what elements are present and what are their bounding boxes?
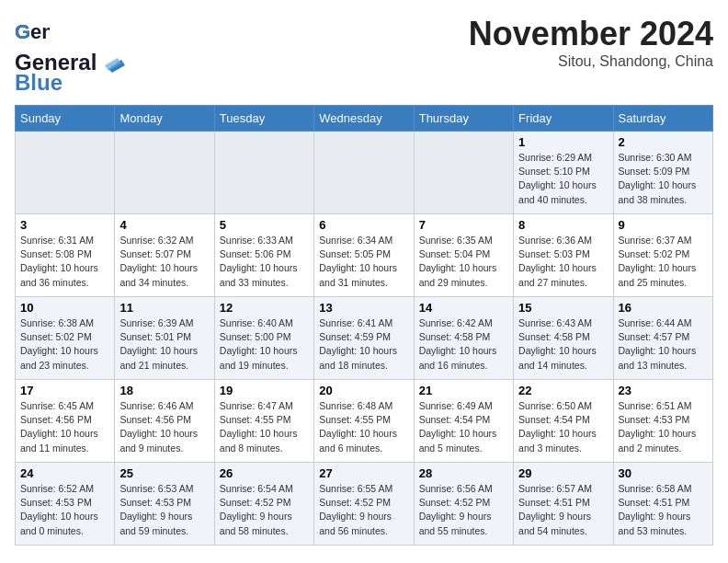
calendar-day: 25Sunrise: 6:53 AM Sunset: 4:53 PM Dayli… — [115, 463, 214, 546]
day-number: 3 — [20, 218, 109, 232]
day-detail: Sunrise: 6:50 AM Sunset: 4:54 PM Dayligh… — [518, 399, 608, 455]
calendar-day: 2Sunrise: 6:30 AM Sunset: 5:09 PM Daylig… — [613, 132, 712, 214]
day-detail: Sunrise: 6:49 AM Sunset: 4:54 PM Dayligh… — [419, 399, 508, 455]
day-detail: Sunrise: 6:54 AM Sunset: 4:52 PM Dayligh… — [220, 482, 309, 538]
day-detail: Sunrise: 6:51 AM Sunset: 4:53 PM Dayligh… — [619, 399, 708, 455]
day-detail: Sunrise: 6:58 AM Sunset: 4:51 PM Dayligh… — [619, 482, 708, 538]
logo-wing-icon — [105, 56, 125, 73]
day-number: 27 — [319, 466, 408, 480]
day-detail: Sunrise: 6:32 AM Sunset: 5:07 PM Dayligh… — [119, 234, 209, 290]
day-number: 25 — [119, 466, 209, 480]
day-number: 5 — [220, 218, 309, 232]
calendar-table: SundayMondayTuesdayWednesdayThursdayFrid… — [15, 105, 713, 546]
day-number: 14 — [419, 301, 508, 315]
calendar-day — [16, 132, 115, 214]
day-detail: Sunrise: 6:57 AM Sunset: 4:51 PM Dayligh… — [518, 482, 608, 538]
day-detail: Sunrise: 6:42 AM Sunset: 4:58 PM Dayligh… — [419, 316, 508, 373]
calendar-day: 26Sunrise: 6:54 AM Sunset: 4:52 PM Dayli… — [214, 463, 313, 546]
day-detail: Sunrise: 6:55 AM Sunset: 4:52 PM Dayligh… — [319, 482, 408, 538]
calendar-day: 28Sunrise: 6:56 AM Sunset: 4:52 PM Dayli… — [414, 463, 513, 546]
day-number: 24 — [20, 466, 109, 480]
calendar-day: 23Sunrise: 6:51 AM Sunset: 4:53 PM Dayli… — [613, 380, 712, 463]
day-number: 18 — [119, 384, 209, 397]
day-number: 4 — [119, 218, 209, 232]
day-number: 28 — [419, 466, 508, 480]
day-detail: Sunrise: 6:44 AM Sunset: 4:57 PM Dayligh… — [619, 316, 708, 373]
day-detail: Sunrise: 6:29 AM Sunset: 5:10 PM Dayligh… — [518, 151, 608, 207]
calendar-day — [414, 132, 513, 214]
logo-blue-text: Blue — [15, 70, 63, 96]
day-number: 9 — [619, 218, 708, 232]
calendar-day: 12Sunrise: 6:40 AM Sunset: 5:00 PM Dayli… — [214, 297, 313, 380]
calendar-day: 8Sunrise: 6:36 AM Sunset: 5:03 PM Daylig… — [514, 214, 613, 297]
day-detail: Sunrise: 6:56 AM Sunset: 4:52 PM Dayligh… — [419, 482, 508, 538]
calendar-day — [314, 132, 414, 214]
day-detail: Sunrise: 6:52 AM Sunset: 4:53 PM Dayligh… — [20, 482, 109, 538]
day-detail: Sunrise: 6:53 AM Sunset: 4:53 PM Dayligh… — [119, 482, 209, 538]
weekday-header-monday: Monday — [115, 106, 214, 132]
day-number: 2 — [619, 135, 708, 149]
day-detail: Sunrise: 6:34 AM Sunset: 5:05 PM Dayligh… — [319, 234, 408, 290]
calendar-day: 30Sunrise: 6:58 AM Sunset: 4:51 PM Dayli… — [613, 463, 712, 546]
day-number: 7 — [419, 218, 508, 232]
logo: Gen G General Blue — [15, 15, 125, 96]
day-number: 13 — [319, 301, 408, 315]
day-number: 16 — [619, 301, 708, 315]
weekday-header-friday: Friday — [514, 106, 613, 132]
calendar-day: 14Sunrise: 6:42 AM Sunset: 4:58 PM Dayli… — [414, 297, 513, 380]
calendar-day: 17Sunrise: 6:45 AM Sunset: 4:56 PM Dayli… — [16, 380, 115, 463]
day-number: 22 — [518, 384, 608, 397]
calendar-week-row: 24Sunrise: 6:52 AM Sunset: 4:53 PM Dayli… — [16, 463, 713, 546]
day-detail: Sunrise: 6:30 AM Sunset: 5:09 PM Dayligh… — [619, 151, 708, 207]
calendar-day: 18Sunrise: 6:46 AM Sunset: 4:56 PM Dayli… — [115, 380, 214, 463]
weekday-header-sunday: Sunday — [16, 106, 115, 132]
calendar-day: 21Sunrise: 6:49 AM Sunset: 4:54 PM Dayli… — [414, 380, 513, 463]
day-number: 15 — [518, 301, 608, 315]
day-detail: Sunrise: 6:35 AM Sunset: 5:04 PM Dayligh… — [419, 234, 508, 290]
weekday-header-thursday: Thursday — [414, 106, 513, 132]
location: Sitou, Shandong, China — [469, 53, 713, 70]
page-header: Gen G General Blue November 2024 Sitou, … — [15, 15, 713, 96]
calendar-day: 13Sunrise: 6:41 AM Sunset: 4:59 PM Dayli… — [314, 297, 414, 380]
calendar-day: 10Sunrise: 6:38 AM Sunset: 5:02 PM Dayli… — [16, 297, 115, 380]
calendar-week-row: 3Sunrise: 6:31 AM Sunset: 5:08 PM Daylig… — [16, 214, 713, 297]
calendar-day: 4Sunrise: 6:32 AM Sunset: 5:07 PM Daylig… — [115, 214, 214, 297]
calendar-week-row: 10Sunrise: 6:38 AM Sunset: 5:02 PM Dayli… — [16, 297, 713, 380]
month-title: November 2024 — [469, 15, 713, 53]
day-detail: Sunrise: 6:38 AM Sunset: 5:02 PM Dayligh… — [20, 316, 109, 373]
day-detail: Sunrise: 6:39 AM Sunset: 5:01 PM Dayligh… — [119, 316, 209, 373]
calendar-day — [115, 132, 214, 214]
day-detail: Sunrise: 6:31 AM Sunset: 5:08 PM Dayligh… — [20, 234, 109, 290]
svg-text:G: G — [15, 20, 30, 43]
day-number: 10 — [20, 301, 109, 315]
day-number: 11 — [119, 301, 209, 315]
day-number: 20 — [319, 384, 408, 397]
day-detail: Sunrise: 6:33 AM Sunset: 5:06 PM Dayligh… — [220, 234, 309, 290]
day-number: 12 — [220, 301, 309, 315]
calendar-day: 9Sunrise: 6:37 AM Sunset: 5:02 PM Daylig… — [613, 214, 712, 297]
day-number: 29 — [518, 466, 608, 480]
day-detail: Sunrise: 6:47 AM Sunset: 4:55 PM Dayligh… — [220, 399, 309, 455]
calendar-week-row: 1Sunrise: 6:29 AM Sunset: 5:10 PM Daylig… — [16, 132, 713, 214]
day-detail: Sunrise: 6:48 AM Sunset: 4:55 PM Dayligh… — [319, 399, 408, 455]
day-number: 21 — [419, 384, 508, 397]
day-detail: Sunrise: 6:46 AM Sunset: 4:56 PM Dayligh… — [119, 399, 209, 455]
day-detail: Sunrise: 6:37 AM Sunset: 5:02 PM Dayligh… — [619, 234, 708, 290]
calendar-day: 24Sunrise: 6:52 AM Sunset: 4:53 PM Dayli… — [16, 463, 115, 546]
day-detail: Sunrise: 6:43 AM Sunset: 4:58 PM Dayligh… — [518, 316, 608, 373]
calendar-day: 20Sunrise: 6:48 AM Sunset: 4:55 PM Dayli… — [314, 380, 414, 463]
day-number: 1 — [518, 135, 608, 149]
calendar-day: 6Sunrise: 6:34 AM Sunset: 5:05 PM Daylig… — [314, 214, 414, 297]
calendar-day: 22Sunrise: 6:50 AM Sunset: 4:54 PM Dayli… — [514, 380, 613, 463]
day-number: 6 — [319, 218, 408, 232]
day-detail: Sunrise: 6:41 AM Sunset: 4:59 PM Dayligh… — [319, 316, 408, 373]
day-detail: Sunrise: 6:36 AM Sunset: 5:03 PM Dayligh… — [518, 234, 608, 290]
weekday-header-tuesday: Tuesday — [214, 106, 313, 132]
day-number: 8 — [518, 218, 608, 232]
calendar-day: 3Sunrise: 6:31 AM Sunset: 5:08 PM Daylig… — [16, 214, 115, 297]
day-detail: Sunrise: 6:40 AM Sunset: 5:00 PM Dayligh… — [220, 316, 309, 373]
day-number: 19 — [220, 384, 309, 397]
day-number: 23 — [619, 384, 708, 397]
day-number: 17 — [20, 384, 109, 397]
weekday-header-row: SundayMondayTuesdayWednesdayThursdayFrid… — [16, 106, 713, 132]
